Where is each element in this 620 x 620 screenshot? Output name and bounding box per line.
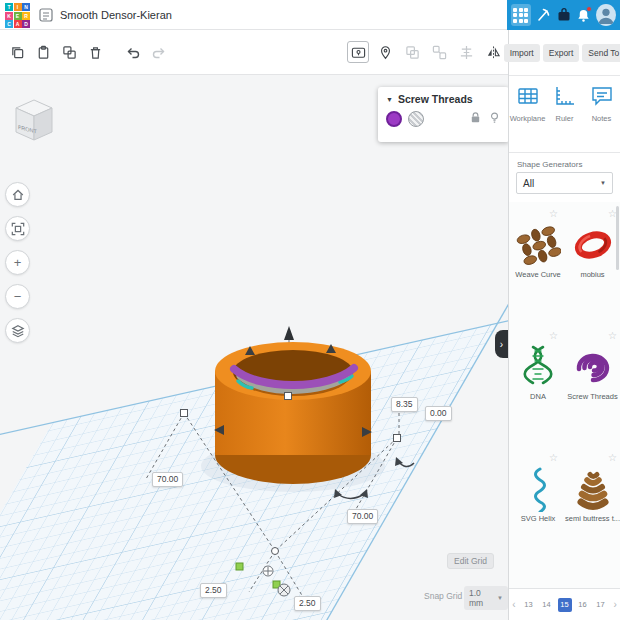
scale-handle[interactable] xyxy=(285,393,292,400)
shape-sidebar: Import Export Send To Workplane Ruler No… xyxy=(508,30,620,620)
edit-grid-button[interactable]: Edit Grid xyxy=(447,553,494,569)
solid-color-swatch[interactable] xyxy=(386,111,402,127)
copy-button[interactable] xyxy=(6,41,28,63)
raise-cone-handle[interactable] xyxy=(284,326,294,340)
fit-view-button[interactable] xyxy=(5,216,30,241)
semi-buttress-thumbnail xyxy=(570,466,616,512)
apps-grid-icon[interactable] xyxy=(511,4,531,26)
export-button[interactable]: Export xyxy=(543,44,580,62)
send-to-button[interactable]: Send To xyxy=(582,44,620,62)
shape-generators-selected: All xyxy=(523,178,534,189)
scale-handle[interactable] xyxy=(181,410,188,417)
undo-button[interactable] xyxy=(122,41,144,63)
workplane-icon xyxy=(516,84,540,108)
page-button-15-current[interactable]: 15 xyxy=(558,598,572,612)
page-button-16[interactable]: 16 xyxy=(576,598,590,612)
home-view-button[interactable] xyxy=(5,182,30,207)
snap-grid-dropdown[interactable]: 1.0 mm ▼ xyxy=(464,586,508,610)
chevron-down-icon: ▼ xyxy=(497,595,503,601)
gallery-scrollbar[interactable] xyxy=(616,206,619,270)
pickaxe-icon[interactable] xyxy=(535,6,551,24)
sidebar-collapse-tab[interactable]: › xyxy=(495,330,508,358)
dimension-label[interactable]: 70.00 xyxy=(152,472,183,487)
dimension-label[interactable]: 8.35 xyxy=(391,397,418,412)
document-properties-icon[interactable] xyxy=(38,7,54,23)
shape-tile-dna[interactable]: ☆ DNA xyxy=(515,328,561,450)
layers-view-button[interactable] xyxy=(5,318,30,343)
shape-generators-label: Shape Generators xyxy=(517,160,582,169)
prev-page-button[interactable]: ‹ xyxy=(510,599,517,610)
document-title[interactable]: Smooth Densor-Kieran xyxy=(60,9,172,21)
ungroup-button[interactable] xyxy=(428,41,450,63)
zoom-out-icon: − xyxy=(14,289,22,304)
favorite-star-icon[interactable]: ☆ xyxy=(549,452,558,463)
lock-icon[interactable] xyxy=(469,110,482,128)
dimension-label[interactable]: 0.00 xyxy=(425,406,452,421)
zoom-out-button[interactable]: − xyxy=(5,284,30,309)
snap-handle[interactable] xyxy=(236,563,243,570)
ruler-icon xyxy=(553,84,577,108)
import-button[interactable]: Import xyxy=(504,44,540,62)
chevron-down-icon: ▼ xyxy=(600,180,606,186)
group-button[interactable] xyxy=(401,41,423,63)
weave-curve-thumbnail xyxy=(515,222,561,268)
next-page-button[interactable]: › xyxy=(612,599,619,610)
favorite-star-icon[interactable]: ☆ xyxy=(608,452,617,463)
ruler-tool[interactable]: Ruler xyxy=(546,84,583,123)
zoom-in-icon: + xyxy=(14,255,22,270)
logo-letter: I xyxy=(14,3,22,11)
page-button-17[interactable]: 17 xyxy=(594,598,608,612)
dimension-label[interactable]: 70.00 xyxy=(347,509,378,524)
shape-tile-svg-helix[interactable]: ☆ SVG Helix xyxy=(515,450,561,572)
dimension-label[interactable]: 2.50 xyxy=(200,583,227,598)
mirror-button[interactable] xyxy=(482,41,504,63)
dimension-label[interactable]: 2.50 xyxy=(294,596,321,611)
shape-tile-label: Weave Curve xyxy=(515,270,561,279)
redo-button[interactable] xyxy=(148,41,170,63)
tag-tool-button[interactable] xyxy=(374,41,396,63)
mobius-thumbnail xyxy=(570,222,616,268)
user-avatar[interactable] xyxy=(596,4,616,26)
3d-canvas[interactable]: FRONT + − ▼ Screw Threads 8.35 0.0 xyxy=(0,30,508,620)
bell-icon[interactable] xyxy=(576,6,592,24)
notes-tool[interactable]: Notes xyxy=(583,84,620,123)
corner-handle[interactable] xyxy=(272,548,279,555)
shape-tile-weave-curve[interactable]: ☆ Weave Curve xyxy=(515,206,561,328)
scale-handle[interactable] xyxy=(394,435,401,442)
align-button[interactable] xyxy=(455,41,477,63)
view-cube[interactable]: FRONT xyxy=(6,94,60,148)
shape-tile-semi-buttress[interactable]: ☆ semi buttress t... xyxy=(565,450,620,572)
chevron-right-icon: › xyxy=(500,339,503,350)
ruler-tool-label: Ruler xyxy=(546,114,583,123)
shape-tile-mobius[interactable]: ☆ mobius xyxy=(565,206,620,328)
transparent-swatch[interactable] xyxy=(408,111,424,127)
chevron-down-icon[interactable]: ▼ xyxy=(386,96,393,103)
delete-button[interactable] xyxy=(84,41,106,63)
dna-thumbnail xyxy=(515,344,561,390)
workplane-tool-label: Workplane xyxy=(509,114,546,123)
page-button-13[interactable]: 13 xyxy=(522,598,536,612)
rotation-marker[interactable] xyxy=(278,584,290,596)
favorite-star-icon[interactable]: ☆ xyxy=(549,330,558,341)
logo-letter: A xyxy=(14,20,22,28)
3d-viewport[interactable] xyxy=(0,75,508,620)
zoom-in-button[interactable]: + xyxy=(5,250,30,275)
lightbulb-icon[interactable] xyxy=(488,110,501,128)
shape-tile-label: semi buttress t... xyxy=(565,514,620,523)
bag-icon[interactable] xyxy=(555,6,571,24)
logo-letter: D xyxy=(22,20,30,28)
page-button-14[interactable]: 14 xyxy=(540,598,554,612)
favorite-star-icon[interactable]: ☆ xyxy=(608,330,617,341)
duplicate-button[interactable] xyxy=(58,41,80,63)
workplane-tool[interactable]: Workplane xyxy=(509,84,546,123)
origin-marker[interactable] xyxy=(263,566,273,576)
logo-letter: E xyxy=(14,12,22,20)
annotate-tool-button[interactable] xyxy=(347,41,369,63)
snap-grid-value: 1.0 mm xyxy=(469,588,493,608)
tinkercad-logo[interactable]: T I N K E R C A D xyxy=(5,3,31,28)
paste-button[interactable] xyxy=(32,41,54,63)
favorite-star-icon[interactable]: ☆ xyxy=(549,208,558,219)
shape-generators-dropdown[interactable]: All ▼ xyxy=(516,172,613,194)
screw-threads-object[interactable] xyxy=(201,342,385,492)
shape-tile-screw-threads[interactable]: ☆ Screw Threads xyxy=(565,328,620,450)
